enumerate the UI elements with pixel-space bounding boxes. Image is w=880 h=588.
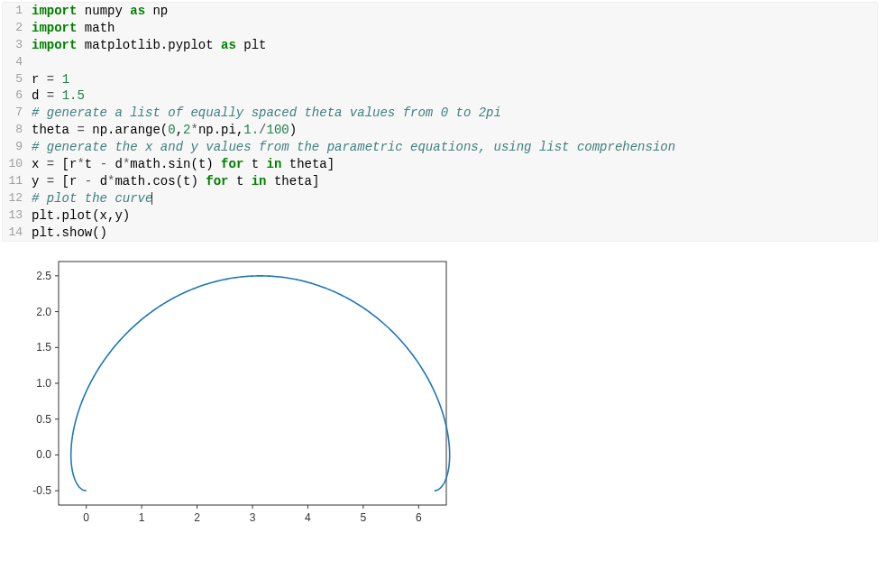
line-number: 6: [3, 87, 32, 105]
code-source[interactable]: y = [r - d*math.cos(t) for t in theta]: [32, 173, 877, 190]
code-source[interactable]: # plot the curve: [32, 190, 877, 207]
y-tick-label: 2.0: [36, 306, 51, 318]
code-line: 12# plot the curve: [3, 190, 877, 207]
line-number: 5: [3, 71, 32, 88]
line-number: 8: [3, 122, 32, 139]
code-source[interactable]: x = [r*t - d*math.sin(t) for t in theta]: [32, 156, 877, 173]
code-source[interactable]: [32, 54, 877, 71]
code-line: 5r = 1: [3, 71, 877, 88]
code-source[interactable]: plt.show(): [32, 225, 877, 242]
x-tick-label: 1: [139, 511, 145, 524]
line-number: 12: [3, 190, 32, 207]
code-line: 8theta = np.arange(0,2*np.pi,1./100): [3, 122, 877, 139]
line-number: 7: [3, 105, 32, 122]
code-editor-block: 1import numpy as np2import math3import m…: [2, 2, 878, 242]
code-source[interactable]: d = 1.5: [32, 87, 877, 105]
code-line: 4: [3, 54, 877, 71]
x-tick-label: 3: [250, 511, 256, 524]
code-source[interactable]: import math: [32, 20, 877, 37]
x-tick-label: 2: [194, 511, 200, 524]
code-source[interactable]: import matplotlib.pyplot as plt: [32, 37, 877, 54]
code-line: 9# generate the x and y values from the …: [3, 139, 877, 156]
line-number: 2: [3, 20, 32, 37]
line-number: 3: [3, 37, 32, 54]
line-number: 11: [3, 173, 32, 190]
x-tick-label: 5: [361, 511, 367, 524]
code-line: 6d = 1.5: [3, 87, 877, 105]
line-number: 13: [3, 207, 32, 225]
text-cursor: [151, 192, 152, 205]
code-line: 10x = [r*t - d*math.sin(t) for t in thet…: [3, 156, 877, 173]
x-tick-label: 6: [416, 511, 422, 524]
line-number: 10: [3, 156, 32, 173]
code-line: 7# generate a list of equally spaced the…: [3, 105, 877, 122]
x-tick-label: 0: [83, 511, 89, 524]
x-tick-label: 4: [305, 511, 311, 524]
code-source[interactable]: r = 1: [32, 71, 877, 88]
line-number: 9: [3, 139, 32, 156]
y-tick-label: -0.5: [32, 485, 51, 498]
code-source[interactable]: plt.plot(x,y): [32, 207, 877, 225]
code-line: 14plt.show(): [3, 225, 877, 242]
line-number: 14: [3, 225, 32, 242]
y-tick-label: 1.5: [36, 342, 51, 354]
y-tick-label: 0.5: [36, 413, 51, 426]
code-source[interactable]: theta = np.arange(0,2*np.pi,1./100): [32, 122, 877, 139]
matplotlib-output: 0123456-0.50.00.51.01.52.02.5: [9, 253, 460, 532]
code-source[interactable]: # generate the x and y values from the p…: [32, 139, 877, 156]
y-tick-label: 0.0: [36, 449, 51, 462]
line-number: 4: [3, 54, 32, 71]
code-line: 3import matplotlib.pyplot as plt: [3, 37, 877, 54]
curve-line: [71, 276, 450, 491]
code-source[interactable]: # generate a list of equally spaced thet…: [32, 105, 877, 122]
axes-frame: [59, 262, 446, 505]
line-number: 1: [3, 3, 32, 20]
y-tick-label: 1.0: [36, 377, 51, 390]
code-line: 2import math: [3, 20, 877, 37]
line-chart-svg: 0123456-0.50.00.51.01.52.02.5: [9, 253, 460, 532]
code-line: 1import numpy as np: [3, 3, 877, 20]
code-source[interactable]: import numpy as np: [32, 3, 877, 20]
y-tick-label: 2.5: [36, 270, 51, 282]
code-line: 11y = [r - d*math.cos(t) for t in theta]: [3, 173, 877, 190]
code-line: 13plt.plot(x,y): [3, 207, 877, 225]
